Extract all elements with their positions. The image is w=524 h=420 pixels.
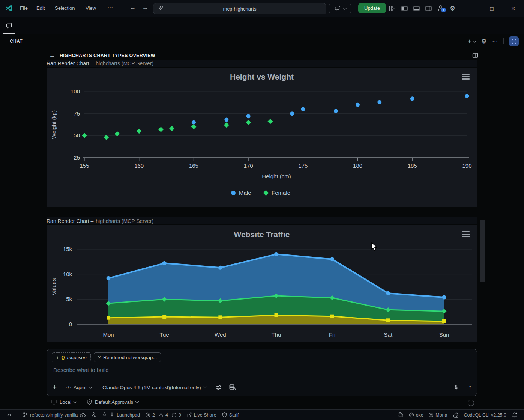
- oxc-item[interactable]: oxc: [406, 410, 426, 420]
- squirrel-item[interactable]: [450, 410, 461, 420]
- model-label: Claude Opus 4.6 (1M context)(Internal on…: [102, 385, 201, 390]
- vscode-window: File Edit Selection View ⋯ ← → mcp-highc…: [0, 0, 524, 420]
- chat-tab[interactable]: [3, 20, 15, 34]
- menu-selection[interactable]: Selection: [55, 5, 75, 11]
- command-center-search[interactable]: mcp-highcharts: [153, 3, 326, 14]
- launchpad-item[interactable]: Launchpad: [99, 410, 143, 420]
- panel-right-icon[interactable]: [425, 5, 432, 12]
- approvals-picker[interactable]: Default Approvals: [86, 399, 138, 405]
- mic-icon[interactable]: [453, 384, 459, 391]
- chart-menu-icon[interactable]: [462, 74, 470, 80]
- open-editor-icon[interactable]: [472, 52, 479, 59]
- account-badge: 1: [441, 8, 446, 12]
- height-weight-chart: 255075100155160165170175180185190Height …: [47, 68, 477, 207]
- copilot-icon: [397, 412, 404, 418]
- warning-count: 4: [165, 412, 168, 418]
- squirrel-icon: [453, 412, 459, 418]
- tune-sliders-icon[interactable]: [215, 384, 222, 391]
- back-arrow-icon[interactable]: ←: [49, 52, 55, 59]
- chat-panel-header: CHAT + ⚙ ⋯: [0, 34, 524, 50]
- mona-item[interactable]: Mona: [426, 410, 450, 420]
- panel-left-icon[interactable]: [401, 5, 408, 12]
- problems-item[interactable]: 2 4 9: [143, 410, 184, 420]
- website-traffic-chart: 05k10k15kMonTueWedThuFriSatSunWebsite Tr…: [47, 225, 477, 342]
- svg-text:Fri: Fri: [329, 331, 336, 338]
- attachment-pill[interactable]: × Rendered networkgrap...: [94, 352, 161, 362]
- tool-run-message[interactable]: Ran Render Chart – highcharts (MCP Serve…: [47, 217, 477, 224]
- live-share-item[interactable]: Live Share: [184, 410, 219, 420]
- mcp-server-warning-icon[interactable]: [228, 383, 237, 391]
- svg-text:Tue: Tue: [160, 331, 169, 338]
- svg-text:170: 170: [244, 163, 253, 169]
- svg-text:Website Traffic: Website Traffic: [234, 230, 290, 239]
- model-picker[interactable]: Claude Opus 4.6 (1M context)(Internal on…: [102, 385, 206, 390]
- layout-grid-icon[interactable]: [388, 5, 396, 12]
- tool-run-label: Ran Render Chart –: [47, 60, 93, 66]
- chat-settings-gear-icon[interactable]: ⚙: [481, 38, 487, 45]
- tool-run-label: Ran Render Chart –: [47, 218, 93, 224]
- tool-run-server: highcharts (MCP Server): [96, 218, 153, 224]
- svg-text:25: 25: [74, 154, 80, 161]
- environment-picker[interactable]: Local: [51, 399, 77, 405]
- menu-file[interactable]: File: [20, 5, 28, 11]
- panel-tab-strip: [0, 17, 524, 34]
- shield-icon: [222, 412, 227, 418]
- add-context-pill[interactable]: + {} mcp.json: [52, 352, 91, 362]
- remote-indicator[interactable]: [4, 410, 15, 420]
- new-chat-button[interactable]: +: [468, 38, 476, 45]
- menu-edit[interactable]: Edit: [36, 5, 45, 11]
- codeql-item[interactable]: CodeQL CLI v2.25.0: [461, 410, 509, 420]
- notifications-item[interactable]: [509, 410, 520, 420]
- svg-text:Height (cm): Height (cm): [262, 173, 291, 179]
- chat-input-box[interactable]: + {} mcp.json × Rendered networkgrap... …: [47, 349, 477, 396]
- menu-more-icon[interactable]: ⋯: [107, 4, 113, 11]
- panel-bottom-icon[interactable]: [413, 5, 420, 12]
- window-minimize-button[interactable]: —: [465, 0, 477, 17]
- chevron-down-icon: [203, 385, 207, 389]
- chevron-down-icon: [74, 400, 77, 403]
- chat-dropdown-button[interactable]: [329, 3, 351, 14]
- environment-label: Local: [60, 399, 71, 405]
- update-label: Update: [364, 5, 380, 11]
- nav-back-icon[interactable]: ←: [130, 4, 136, 11]
- sarif-label: Sarif: [229, 412, 239, 418]
- svg-text:Male: Male: [239, 190, 251, 196]
- chat-sparkle-icon: [5, 22, 14, 30]
- area-chart-card: 05k10k15kMonTueWedThuFriSatSunWebsite Tr…: [47, 225, 477, 342]
- chat-input-placeholder[interactable]: Describe what to build: [53, 367, 109, 373]
- svg-text:10k: 10k: [63, 271, 72, 277]
- vscode-logo-icon: [5, 4, 13, 12]
- bell-icon: [512, 412, 518, 418]
- chart-menu-icon[interactable]: [462, 231, 470, 237]
- scatter-chart-card: 255075100155160165170175180185190Height …: [47, 68, 477, 207]
- search-value: mcp-highcharts: [223, 6, 257, 12]
- account-button[interactable]: 1: [437, 4, 446, 14]
- svg-text:185: 185: [408, 163, 417, 169]
- conversation-title: HIGHCHARTS CHART TYPES OVERVIEW: [60, 53, 472, 58]
- tool-run-message[interactable]: Ran Render Chart – highcharts (MCP Serve…: [47, 60, 477, 67]
- monitor-icon: [51, 399, 57, 405]
- window-maximize-button[interactable]: □: [486, 0, 498, 17]
- send-button[interactable]: ↑: [468, 384, 471, 391]
- source-control-graph-item[interactable]: [88, 410, 99, 420]
- scrollbar-thumb[interactable]: [480, 220, 485, 282]
- info-count: 9: [179, 412, 181, 418]
- svg-text:180: 180: [353, 163, 362, 169]
- mode-picker[interactable]: </> Agent: [66, 385, 92, 390]
- focus-mode-button[interactable]: [509, 36, 519, 46]
- nav-forward-icon[interactable]: →: [142, 4, 148, 11]
- settings-gear-icon[interactable]: ⚙: [450, 5, 455, 12]
- sarif-item[interactable]: Sarif: [219, 410, 242, 420]
- git-branch-item[interactable]: refactor/simplify-vanilla: [20, 410, 88, 420]
- rocket-icon: [109, 412, 115, 418]
- attach-plus-icon[interactable]: +: [53, 383, 57, 391]
- close-icon[interactable]: ×: [98, 354, 101, 360]
- json-file-icon: {}: [62, 355, 65, 360]
- chat-more-icon[interactable]: ⋯: [492, 38, 498, 45]
- copilot-status-item[interactable]: [394, 410, 406, 420]
- menu-view[interactable]: View: [86, 5, 96, 11]
- slash-circle-icon: [409, 412, 414, 418]
- update-button[interactable]: Update: [358, 3, 386, 13]
- chevron-down-icon: [473, 39, 476, 43]
- window-close-button[interactable]: ×: [507, 0, 519, 17]
